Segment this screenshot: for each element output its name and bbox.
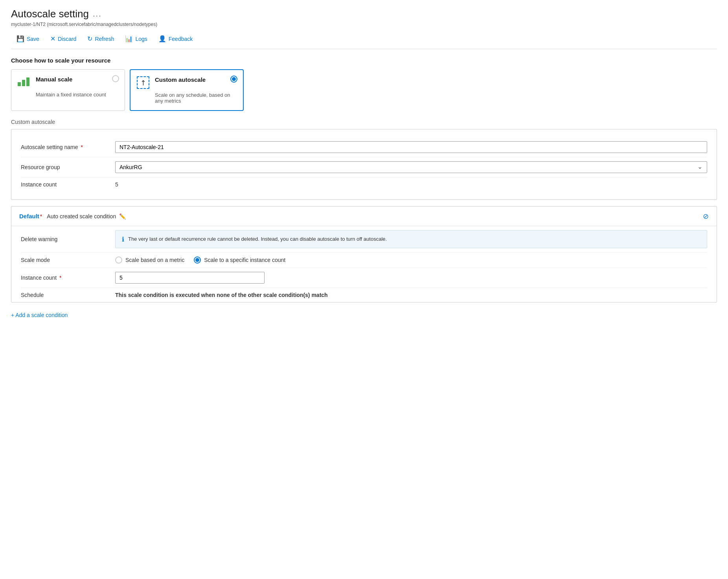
discard-icon: ✕ <box>50 35 55 42</box>
delete-warning-box: ℹ The very last or default recurrence ru… <box>115 230 707 248</box>
autoscale-name-label: Autoscale setting name * <box>21 144 115 150</box>
scale-metric-option[interactable]: Scale based on a metric <box>115 256 184 264</box>
custom-autoscale-section-label: Custom autoscale <box>11 119 717 125</box>
condition-instance-count-input[interactable] <box>115 272 265 284</box>
manual-scale-icon <box>18 76 32 90</box>
scale-options: Manual scale Maintain a fixed instance c… <box>11 69 717 111</box>
custom-autoscale-icon: ↗ <box>137 76 151 90</box>
refresh-icon: ↻ <box>87 35 92 42</box>
logs-icon: 📊 <box>125 35 133 42</box>
custom-autoscale-header: ↗ Custom autoscale <box>137 76 237 90</box>
scale-metric-radio[interactable] <box>115 256 122 264</box>
scale-instance-option[interactable]: Scale to a specific instance count <box>194 256 285 264</box>
instance-count-display: 5 <box>115 181 118 188</box>
resource-group-row: Resource group AnkurRG <box>21 157 707 177</box>
manual-scale-header: Manual scale <box>18 76 118 90</box>
scale-metric-label: Scale based on a metric <box>125 257 184 263</box>
discard-button[interactable]: ✕ Discard <box>45 33 82 45</box>
condition-instance-count-row: Instance count * <box>21 268 707 288</box>
info-icon: ℹ <box>122 236 124 243</box>
page-subtitle: mycluster-1/NT2 (microsoft.servicefabric… <box>11 22 717 27</box>
scale-instance-radio[interactable] <box>194 256 201 264</box>
condition-required-marker: * <box>40 213 42 219</box>
manual-scale-radio[interactable] <box>112 75 119 82</box>
schedule-value: This scale condition is executed when no… <box>115 292 707 298</box>
autoscale-name-row: Autoscale setting name * <box>21 137 707 157</box>
save-icon: 💾 <box>17 35 24 42</box>
schedule-label: Schedule <box>21 292 115 298</box>
resource-group-control: AnkurRG <box>115 161 707 173</box>
delete-warning-text: The very last or default recurrence rule… <box>128 235 387 243</box>
manual-scale-card[interactable]: Manual scale Maintain a fixed instance c… <box>11 69 125 111</box>
condition-body: Delete warning ℹ The very last or defaul… <box>11 226 717 302</box>
scale-mode-row: Scale mode Scale based on a metric Scale… <box>21 253 707 268</box>
condition-instance-count-control <box>115 272 707 284</box>
delete-warning-label: Delete warning <box>21 236 115 242</box>
scale-instance-label: Scale to a specific instance count <box>204 257 285 263</box>
feedback-icon: 👤 <box>158 35 166 42</box>
condition-header: Default * Auto created scale condition ✏… <box>11 207 717 226</box>
title-text: Autoscale setting <box>11 8 89 20</box>
page-title: Autoscale setting ... <box>11 8 717 20</box>
custom-autoscale-card[interactable]: ↗ Custom autoscale Scale on any schedule… <box>130 69 244 111</box>
autoscale-name-control <box>115 141 707 153</box>
scale-mode-options: Scale based on a metric Scale to a speci… <box>115 256 707 264</box>
instance-count-value: 5 <box>115 181 707 188</box>
resource-group-label: Resource group <box>21 164 115 170</box>
toolbar: 💾 Save ✕ Discard ↻ Refresh 📊 Logs 👤 Feed… <box>11 33 717 49</box>
add-scale-condition[interactable]: + Add a scale condition <box>11 312 68 318</box>
edit-condition-icon[interactable]: ✏️ <box>119 213 126 219</box>
manual-scale-title: Manual scale <box>36 76 72 83</box>
choose-scale-heading: Choose how to scale your resource <box>11 57 717 64</box>
save-button[interactable]: 💾 Save <box>11 33 45 45</box>
instance-count-row: Instance count 5 <box>21 177 707 192</box>
disable-condition-icon[interactable]: ⊘ <box>703 212 709 221</box>
settings-form-box: Autoscale setting name * Resource group … <box>11 129 717 200</box>
delete-warning-row: Delete warning ℹ The very last or defaul… <box>21 226 707 253</box>
condition-name: Auto created scale condition <box>47 213 116 219</box>
custom-autoscale-radio[interactable] <box>230 76 237 83</box>
delete-warning-control: ℹ The very last or default recurrence ru… <box>115 230 707 248</box>
feedback-button[interactable]: 👤 Feedback <box>153 33 198 45</box>
condition-default-label: Default <box>19 213 39 219</box>
condition-instance-count-label: Instance count * <box>21 275 115 281</box>
custom-autoscale-desc: Scale on any schedule, based on any metr… <box>155 92 237 104</box>
schedule-text: This scale condition is executed when no… <box>115 292 328 298</box>
manual-scale-desc: Maintain a fixed instance count <box>36 92 118 98</box>
scale-mode-label: Scale mode <box>21 257 115 263</box>
scale-mode-control: Scale based on a metric Scale to a speci… <box>115 256 707 264</box>
schedule-row: Schedule This scale condition is execute… <box>21 288 707 302</box>
more-options-dots[interactable]: ... <box>93 9 102 18</box>
logs-button[interactable]: 📊 Logs <box>119 33 153 45</box>
refresh-button[interactable]: ↻ Refresh <box>82 33 119 45</box>
custom-autoscale-title: Custom autoscale <box>155 76 206 83</box>
instance-count-label: Instance count <box>21 181 115 188</box>
autoscale-name-input[interactable] <box>115 141 707 153</box>
condition-box: Default * Auto created scale condition ✏… <box>11 206 717 302</box>
resource-group-select[interactable]: AnkurRG <box>115 161 707 173</box>
